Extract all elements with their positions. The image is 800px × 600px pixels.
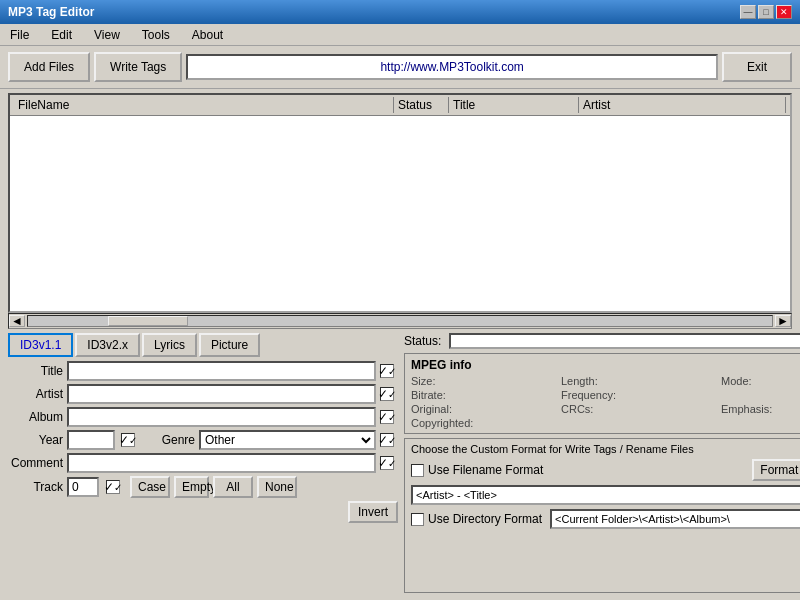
mode-label: Mode: <box>721 375 771 387</box>
bottom-area: ID3v1.1 ID3v2.x Lyrics Picture Title ✓ A… <box>8 333 792 593</box>
url-display: http://www.MP3Toolkit.com <box>186 54 718 80</box>
menu-about[interactable]: About <box>186 26 229 44</box>
comment-input[interactable] <box>67 453 376 473</box>
comment-checkbox[interactable]: ✓ <box>380 456 394 470</box>
tab-id3v1[interactable]: ID3v1.1 <box>8 333 73 357</box>
maximize-button[interactable]: □ <box>758 5 774 19</box>
original-label: Original: <box>411 403 471 415</box>
window-controls: — □ ✕ <box>740 5 792 19</box>
fields-grid: Title ✓ Artist ✓ Album ✓ <box>8 361 398 427</box>
track-label: Track <box>8 480 63 494</box>
invert-button[interactable]: Invert <box>348 501 398 523</box>
year-label: Year <box>8 433 63 447</box>
track-checkbox[interactable]: ✓ <box>106 480 120 494</box>
tab-picture[interactable]: Picture <box>199 333 260 357</box>
menu-file[interactable]: File <box>4 26 35 44</box>
year-genre-row: Year ✓ Genre Other ✓ <box>8 430 398 450</box>
case-button[interactable]: Case <box>130 476 170 498</box>
artist-checkbox[interactable]: ✓ <box>380 387 394 401</box>
directory-format-row: Use Directory Format ▼ <box>411 509 800 529</box>
frequency-label: Frequency: <box>561 389 631 401</box>
artist-label: Artist <box>8 387 63 401</box>
length-label: Length: <box>561 375 631 387</box>
filename-format-checkbox[interactable] <box>411 464 424 477</box>
title-checkbox[interactable]: ✓ <box>380 364 394 378</box>
empty-button[interactable]: Empty <box>174 476 209 498</box>
horizontal-scrollbar[interactable]: ◄ ► <box>8 313 792 329</box>
tab-lyrics[interactable]: Lyrics <box>142 333 197 357</box>
mpeg-info-box: MPEG info Size: Length: Mode: Bitrate: F… <box>404 353 800 434</box>
exit-button[interactable]: Exit <box>722 52 792 82</box>
minimize-button[interactable]: — <box>740 5 756 19</box>
status-row: Status: 0% <box>404 333 800 349</box>
scroll-thumb[interactable] <box>108 316 188 326</box>
track-input[interactable] <box>67 477 99 497</box>
close-button[interactable]: ✕ <box>776 5 792 19</box>
none-button[interactable]: None <box>257 476 297 498</box>
title-label: Title <box>8 364 63 378</box>
album-checkbox[interactable]: ✓ <box>380 410 394 424</box>
bitrate-value <box>471 389 561 401</box>
progress-bar <box>449 333 800 349</box>
comment-row: Comment ✓ <box>8 453 398 473</box>
bitrate-label: Bitrate: <box>411 389 471 401</box>
year-input[interactable] <box>67 430 115 450</box>
album-label: Album <box>8 410 63 424</box>
crcs-value <box>631 403 721 415</box>
filename-input-row: ▼ <box>411 485 800 505</box>
filename-format-row: Use Filename Format Format Options <box>411 459 800 481</box>
main-content: FileName Status Title Artist ◄ ► ID3v1.1… <box>0 89 800 597</box>
col-artist: Artist <box>579 97 786 113</box>
directory-format-checkbox[interactable] <box>411 513 424 526</box>
menu-tools[interactable]: Tools <box>136 26 176 44</box>
menu-view[interactable]: View <box>88 26 126 44</box>
menu-bar: File Edit View Tools About <box>0 24 800 46</box>
file-list-container: FileName Status Title Artist <box>8 93 792 313</box>
copyrighted-label: Copyrighted: <box>411 417 473 429</box>
scroll-left-btn[interactable]: ◄ <box>9 315 25 327</box>
track-row: Track ✓ Case Empty All None <box>8 476 398 498</box>
format-options-button[interactable]: Format Options <box>752 459 800 481</box>
file-list-body <box>10 116 790 306</box>
filename-format-label: Use Filename Format <box>428 463 543 477</box>
emphasis-label: Emphasis: <box>721 403 771 415</box>
all-button[interactable]: All <box>213 476 253 498</box>
original-value <box>471 403 561 415</box>
custom-format-box: Choose the Custom Format for Write Tags … <box>404 438 800 593</box>
write-tags-button[interactable]: Write Tags <box>94 52 182 82</box>
year-checkbox[interactable]: ✓ <box>121 433 135 447</box>
tab-id3v2[interactable]: ID3v2.x <box>75 333 140 357</box>
emphasis-value <box>771 403 800 415</box>
crcs-label: CRCs: <box>561 403 631 415</box>
app-title: MP3 Tag Editor <box>8 5 94 19</box>
artist-input[interactable] <box>67 384 376 404</box>
right-panel: Status: 0% MPEG info Size: Length: Mode:… <box>404 333 800 593</box>
add-files-button[interactable]: Add Files <box>8 52 90 82</box>
title-input[interactable] <box>67 361 376 381</box>
col-filename: FileName <box>14 97 394 113</box>
col-title: Title <box>449 97 579 113</box>
filename-format-input[interactable] <box>411 485 800 505</box>
toolbar: Add Files Write Tags http://www.MP3Toolk… <box>0 46 800 89</box>
directory-format-input[interactable] <box>550 509 800 529</box>
comment-label: Comment <box>8 456 63 470</box>
copyrighted-row: Copyrighted: <box>411 417 800 429</box>
album-input[interactable] <box>67 407 376 427</box>
scroll-right-btn[interactable]: ► <box>775 315 791 327</box>
custom-format-title: Choose the Custom Format for Write Tags … <box>411 443 800 455</box>
left-panel: ID3v1.1 ID3v2.x Lyrics Picture Title ✓ A… <box>8 333 398 593</box>
scroll-track[interactable] <box>27 315 773 327</box>
status-label: Status: <box>404 334 441 348</box>
tabs-row: ID3v1.1 ID3v2.x Lyrics Picture <box>8 333 398 357</box>
directory-format-label: Use Directory Format <box>428 512 542 526</box>
file-list-header: FileName Status Title Artist <box>10 95 790 116</box>
mode-value <box>771 375 800 387</box>
genre-label: Genre <box>145 433 195 447</box>
genre-select[interactable]: Other <box>199 430 376 450</box>
invert-row: Invert <box>8 501 398 523</box>
frequency-value <box>631 389 721 401</box>
menu-edit[interactable]: Edit <box>45 26 78 44</box>
length-value <box>631 375 721 387</box>
size-label: Size: <box>411 375 471 387</box>
genre-checkbox[interactable]: ✓ <box>380 433 394 447</box>
